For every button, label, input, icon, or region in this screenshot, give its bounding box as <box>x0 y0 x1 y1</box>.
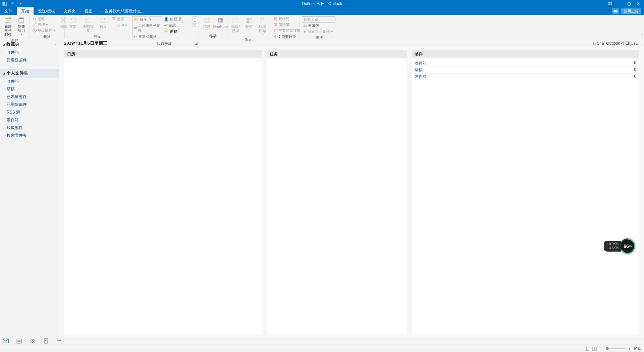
nav-mail-icon[interactable] <box>3 338 9 344</box>
new-mail-label: 新建 电子邮件 <box>3 25 13 37</box>
new-item-button[interactable]: 新建项目 ▾ <box>15 16 28 36</box>
download-speed: 3.6K/s <box>606 246 619 250</box>
quickstep-col-1: 📁移至: ? ✉工作组电子邮件 ↩答复和删除 <box>132 16 162 40</box>
simp-to-trad-button[interactable]: 简简转繁 <box>272 22 301 27</box>
reply-all-button[interactable]: 全部答复 <box>79 16 97 33</box>
collapse-pane-icon[interactable]: ‹ <box>55 43 56 46</box>
filter-mail-button[interactable]: ▼筛选电子邮件 ▾ <box>302 29 335 34</box>
quickstep-done[interactable]: ✔完成 <box>163 23 193 29</box>
quick-access-toolbar: ↶ ▾ <box>0 1 25 6</box>
minimize-icon[interactable]: — <box>617 1 622 6</box>
reply-button[interactable]: 答复 <box>66 16 79 29</box>
view-normal-icon[interactable] <box>585 347 589 351</box>
tab-folder[interactable]: 文件夹 <box>59 7 80 15</box>
junk-button[interactable]: 🚫垃圾邮件 ▾ <box>32 28 56 33</box>
svg-rect-17 <box>249 20 252 23</box>
calendar-panel: 日历 <box>64 50 262 334</box>
nav-more-icon[interactable]: ••• <box>56 338 62 344</box>
window-controls: — ▢ ✕ <box>608 1 644 6</box>
system-monitor-overlay[interactable]: 0.9K/s 3.6K/s 66% <box>604 238 635 254</box>
ignore-button[interactable]: ⊘忽略 <box>32 16 56 21</box>
tab-home[interactable]: 开始 <box>17 7 34 15</box>
undo-icon[interactable]: ↶ <box>10 1 15 6</box>
upload-button[interactable]: 拍照上传 <box>621 8 641 14</box>
new-mail-button[interactable]: 新建 电子邮件 <box>1 16 15 37</box>
quickstep-scroll[interactable]: ▴▾▿ <box>193 16 197 27</box>
maximize-icon[interactable]: ▢ <box>627 1 631 6</box>
unread-button[interactable]: 未读/已读 <box>229 16 242 33</box>
outlook-icon <box>2 1 7 6</box>
trad-to-simp-button[interactable]: 繁繁转简 <box>272 16 301 21</box>
quickstep-reply-delete[interactable]: ↩答复和删除 <box>132 34 162 40</box>
folder-drafts[interactable]: 草稿 <box>0 85 59 93</box>
convert-both-button[interactable]: ⇄中文简繁转换 <box>272 28 301 33</box>
nav-people-icon[interactable] <box>30 338 36 344</box>
tab-send-receive[interactable]: 发送/接收 <box>34 7 59 15</box>
ignore-icon: ⊘ <box>32 17 37 21</box>
nav-bar: ••• <box>0 337 644 345</box>
mail-header: 邮件 <box>412 50 639 58</box>
quickstep-to-manager[interactable]: 👤给经理 <box>163 16 193 23</box>
address-book-button[interactable]: 📖通讯簿 <box>302 23 335 28</box>
menu-tabs: 文件 开始 发送/接收 文件夹 视图 ♀ 告诉我您想要做什么... 拍照上传 <box>0 7 644 15</box>
followup-button[interactable]: 后续标志▾ <box>256 16 269 36</box>
collapse-ribbon-icon[interactable]: ˄ <box>641 33 643 37</box>
flag-icon <box>259 16 266 24</box>
mail-row-drafts[interactable]: 草稿 0 <box>415 67 636 74</box>
zoom-slider[interactable] <box>606 348 626 349</box>
onenote-button[interactable]: N OneNote <box>214 16 227 29</box>
qat-dropdown-icon[interactable]: ▾ <box>18 1 23 6</box>
categorize-button[interactable]: 分类▾ <box>242 16 256 32</box>
folder-rss[interactable]: RSS 源 <box>0 108 59 116</box>
new-item-icon <box>18 16 25 24</box>
title-bar: ↶ ▾ Outlook 今日 - Outlook — ▢ ✕ <box>0 0 644 7</box>
clean-button[interactable]: 🧹清理 ▾ <box>32 22 56 27</box>
other-respond-button[interactable]: ⋯其他 ▾ <box>111 23 128 28</box>
filter-icon: ▼ <box>303 29 307 34</box>
view-reading-icon[interactable] <box>592 347 597 351</box>
move-button[interactable]: 移动▾ <box>200 16 214 32</box>
folder-search[interactable]: 搜索文件夹 <box>0 132 59 139</box>
svg-rect-19 <box>17 339 21 343</box>
folder-junk[interactable]: 垃圾邮件 <box>0 124 59 132</box>
quickstep-move-to[interactable]: 📁移至: ? <box>132 17 162 23</box>
folder-deleted[interactable]: 已删除邮件 <box>0 101 59 108</box>
customize-today-link[interactable]: 自定义 Outlook 今日(U) ... <box>593 41 639 46</box>
zoom-out-icon[interactable]: — <box>599 347 603 351</box>
close-icon[interactable]: ✕ <box>636 1 641 6</box>
tab-view[interactable]: 视图 <box>80 7 97 15</box>
cloud-button[interactable] <box>612 8 619 14</box>
nav-tasks-icon[interactable] <box>43 338 49 344</box>
group-label-delete: 删除 <box>30 34 64 39</box>
zoom-in-icon[interactable]: + <box>629 347 631 351</box>
quickstep-create[interactable]: ⚡新建 <box>163 29 193 34</box>
ribbon-options-icon[interactable] <box>608 1 612 6</box>
folder-sent[interactable]: 已发送邮件 <box>0 93 59 101</box>
folder-inbox[interactable]: 收件箱 <box>0 78 59 85</box>
quicksteps-launcher-icon[interactable]: ◢ <box>130 42 199 45</box>
personal-folders-header[interactable]: ◢ 个人文件夹 <box>0 69 59 78</box>
bolt-icon: ⚡ <box>164 29 169 34</box>
forward-button[interactable]: 转发 <box>97 16 110 29</box>
mail-row-outbox[interactable]: 发件箱 0 <box>415 74 636 80</box>
zoom-level[interactable]: 10% <box>633 347 641 351</box>
search-people-input[interactable]: 搜索人员 <box>302 16 335 23</box>
fav-sent[interactable]: 已发送邮件 <box>0 56 59 64</box>
reply-icon <box>69 16 76 24</box>
nav-calendar-icon[interactable] <box>16 338 22 344</box>
person-icon: 👤 <box>164 17 169 21</box>
folder-outbox[interactable]: 发件箱 <box>0 116 59 124</box>
mail-icon: ✉ <box>134 26 137 31</box>
meeting-button[interactable]: 📅会议 <box>111 16 128 21</box>
address-book-icon: 📖 <box>303 24 307 28</box>
quickstep-team-mail[interactable]: ✉工作组电子邮件 <box>132 23 162 34</box>
svg-rect-23 <box>585 347 589 350</box>
fav-inbox[interactable]: 收件箱 <box>0 49 59 56</box>
tab-file[interactable]: 文件 <box>0 7 17 15</box>
reply-all-icon <box>85 16 92 24</box>
move-folder-icon <box>203 16 211 24</box>
tell-me-search[interactable]: ♀ 告诉我您想要做什么... <box>100 7 144 15</box>
svg-rect-7 <box>70 19 75 23</box>
mail-row-inbox[interactable]: 收件箱 0 <box>415 60 636 67</box>
upload-speed: 0.9K/s <box>606 242 619 246</box>
